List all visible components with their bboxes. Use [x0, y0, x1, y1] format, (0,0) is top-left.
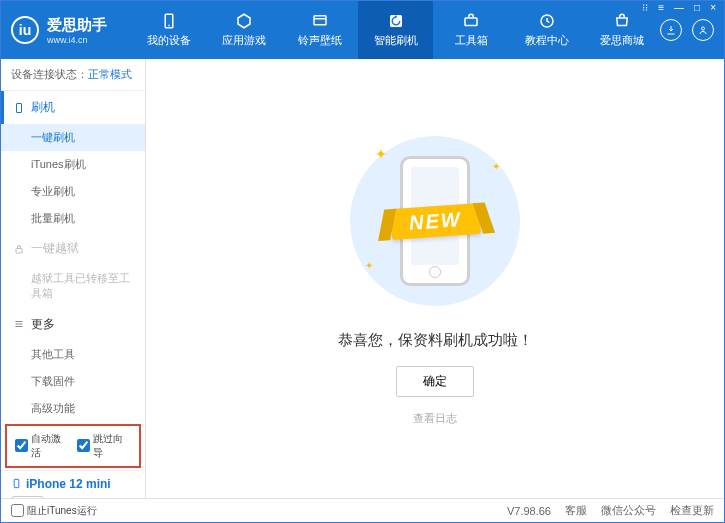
nav-apps-games[interactable]: 应用游戏	[207, 1, 283, 59]
sidebar: 设备连接状态：正常模式 刷机 一键刷机 iTunes刷机 专业刷机 批量刷机 一…	[1, 59, 146, 498]
logo-area: iu 爱思助手 www.i4.cn	[11, 16, 131, 45]
close-icon[interactable]: ×	[707, 2, 719, 13]
window-controls: ⁝⁝ ≡ — □ ×	[639, 2, 719, 13]
sidebar-item-other-tools[interactable]: 其他工具	[1, 341, 145, 368]
section-title: 更多	[31, 316, 55, 333]
section-flash-header[interactable]: 刷机	[1, 91, 145, 124]
status-label: 设备连接状态：	[11, 68, 88, 80]
svg-rect-2	[314, 16, 326, 25]
nav-label: 爱思商城	[600, 33, 644, 48]
storage-badge: 64GB	[11, 496, 44, 498]
auto-activate-checkbox[interactable]: 自动激活	[15, 432, 69, 460]
svg-point-7	[702, 27, 705, 30]
footer-left: 阻止iTunes运行	[11, 504, 507, 518]
checkbox-label: 阻止iTunes运行	[27, 504, 97, 518]
status-value: 正常模式	[88, 68, 132, 80]
nav-label: 教程中心	[525, 33, 569, 48]
section-title: 一键越狱	[31, 240, 79, 257]
device-phone-icon	[11, 478, 22, 489]
checkbox-label: 自动激活	[31, 432, 69, 460]
app-header: iu 爱思助手 www.i4.cn 我的设备 应用游戏 铃声壁纸 智能刷机 工具…	[1, 1, 724, 59]
sidebar-item-download-firmware[interactable]: 下载固件	[1, 368, 145, 395]
refresh-icon	[387, 12, 405, 30]
checkbox-label: 跳过向导	[93, 432, 131, 460]
store-icon	[613, 12, 631, 30]
user-button[interactable]	[692, 19, 714, 41]
titlebar-extra-icon[interactable]: ⁝⁝	[639, 2, 651, 13]
ok-button[interactable]: 确定	[396, 366, 474, 397]
lock-icon	[13, 243, 25, 255]
nav-toolbox[interactable]: 工具箱	[433, 1, 509, 59]
nav-label: 智能刷机	[374, 33, 418, 48]
app-url: www.i4.cn	[47, 35, 107, 45]
new-ribbon: NEW	[390, 202, 481, 239]
download-button[interactable]	[660, 19, 682, 41]
nav-label: 铃声壁纸	[298, 33, 342, 48]
section-more: 更多 其他工具 下载固件 高级功能	[1, 308, 145, 422]
logo-icon: iu	[11, 16, 39, 44]
header-right	[660, 19, 714, 41]
section-flash: 刷机 一键刷机 iTunes刷机 专业刷机 批量刷机	[1, 91, 145, 232]
nav-label: 我的设备	[147, 33, 191, 48]
connection-status: 设备连接状态：正常模式	[1, 59, 145, 91]
minimize-icon[interactable]: —	[671, 2, 687, 13]
version-label: V7.98.66	[507, 505, 551, 517]
star-icon: ✦	[375, 146, 387, 162]
toolbox-icon	[462, 12, 480, 30]
list-icon	[13, 318, 25, 330]
device-name-text: iPhone 12 mini	[26, 477, 111, 491]
star-icon: ✦	[492, 161, 500, 172]
settings-menu-icon[interactable]: ≡	[655, 2, 667, 13]
support-link[interactable]: 客服	[565, 503, 587, 518]
phone-small-icon	[13, 102, 25, 114]
app-name: 爱思助手	[47, 16, 107, 35]
view-log-link[interactable]: 查看日志	[413, 411, 457, 426]
section-more-header[interactable]: 更多	[1, 308, 145, 341]
wechat-link[interactable]: 微信公众号	[601, 503, 656, 518]
body: 设备连接状态：正常模式 刷机 一键刷机 iTunes刷机 专业刷机 批量刷机 一…	[1, 59, 724, 498]
nav-smart-flash[interactable]: 智能刷机	[358, 1, 434, 59]
section-jailbreak: 一键越狱 越狱工具已转移至工具箱	[1, 232, 145, 308]
svg-rect-8	[17, 103, 22, 112]
jailbreak-note: 越狱工具已转移至工具箱	[1, 265, 145, 308]
success-illustration: ✦ ✦ ✦ NEW	[325, 131, 545, 311]
section-title: 刷机	[31, 99, 55, 116]
top-nav: 我的设备 应用游戏 铃声壁纸 智能刷机 工具箱 教程中心 爱思商城	[131, 1, 660, 59]
footer: 阻止iTunes运行 V7.98.66 客服 微信公众号 检查更新	[1, 498, 724, 522]
skip-guide-input[interactable]	[77, 439, 90, 452]
music-icon	[311, 12, 329, 30]
block-itunes-checkbox[interactable]: 阻止iTunes运行	[11, 504, 97, 518]
nav-label: 应用游戏	[222, 33, 266, 48]
skip-guide-checkbox[interactable]: 跳过向导	[77, 432, 131, 460]
section-jailbreak-header[interactable]: 一键越狱	[1, 232, 145, 265]
book-icon	[538, 12, 556, 30]
star-icon: ✦	[365, 260, 373, 271]
device-info[interactable]: iPhone 12 mini 64GB Down-12mini-13,1	[1, 470, 145, 498]
sidebar-item-advanced[interactable]: 高级功能	[1, 395, 145, 422]
sidebar-item-oneclick-flash[interactable]: 一键刷机	[1, 124, 145, 151]
device-name: iPhone 12 mini	[11, 477, 135, 491]
phone-icon	[160, 12, 178, 30]
svg-rect-5	[465, 18, 477, 26]
sidebar-item-batch-flash[interactable]: 批量刷机	[1, 205, 145, 232]
main-content: ✦ ✦ ✦ NEW 恭喜您，保资料刷机成功啦！ 确定 查看日志	[146, 59, 724, 498]
nav-tutorials[interactable]: 教程中心	[509, 1, 585, 59]
block-itunes-input[interactable]	[11, 504, 24, 517]
apps-icon	[235, 12, 253, 30]
sidebar-item-pro-flash[interactable]: 专业刷机	[1, 178, 145, 205]
nav-label: 工具箱	[455, 33, 488, 48]
svg-rect-9	[16, 248, 22, 253]
auto-activate-input[interactable]	[15, 439, 28, 452]
success-message: 恭喜您，保资料刷机成功啦！	[338, 331, 533, 350]
check-update-link[interactable]: 检查更新	[670, 503, 714, 518]
svg-rect-13	[14, 480, 19, 488]
nav-my-device[interactable]: 我的设备	[131, 1, 207, 59]
checkbox-highlight-area: 自动激活 跳过向导	[5, 424, 141, 468]
footer-right: V7.98.66 客服 微信公众号 检查更新	[507, 503, 714, 518]
maximize-icon[interactable]: □	[691, 2, 703, 13]
nav-ringtones[interactable]: 铃声壁纸	[282, 1, 358, 59]
sidebar-item-itunes-flash[interactable]: iTunes刷机	[1, 151, 145, 178]
